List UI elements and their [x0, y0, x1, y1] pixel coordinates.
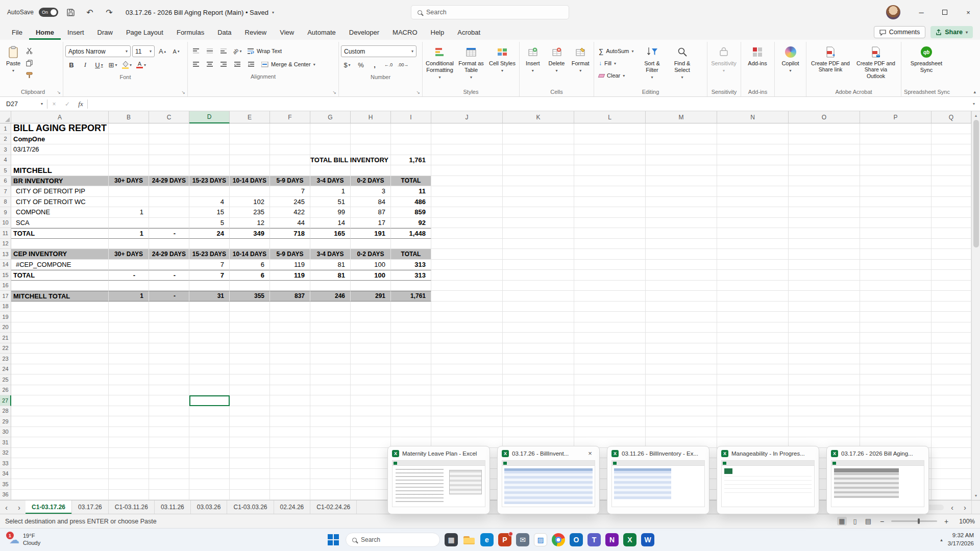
cell-F34[interactable]: [270, 469, 310, 480]
cell-B32[interactable]: [109, 448, 149, 459]
cell-H3[interactable]: [351, 144, 391, 155]
ribbon-tab-formulas[interactable]: Formulas: [170, 26, 211, 40]
taskbar-preview-card[interactable]: X03.17.26 - BillInvent...×: [497, 446, 600, 514]
cell-C10[interactable]: [149, 218, 189, 229]
cell-O12[interactable]: [789, 239, 860, 249]
cell-Q23[interactable]: [932, 354, 971, 364]
cell-H36[interactable]: [351, 490, 391, 500]
cell-K13[interactable]: [503, 249, 574, 260]
cell-N1[interactable]: [717, 123, 789, 134]
cell-N6[interactable]: [717, 176, 789, 187]
cell-A8[interactable]: CITY OF DETROIT WC: [11, 197, 109, 208]
ribbon-tab-review[interactable]: Review: [238, 26, 274, 40]
cell-E34[interactable]: [230, 469, 270, 480]
cell-P2[interactable]: [860, 134, 932, 145]
cell-B29[interactable]: [109, 416, 149, 427]
vertical-scrollbar[interactable]: ▴ ▾: [971, 111, 980, 500]
cell-D2[interactable]: [189, 134, 230, 145]
cell-C1[interactable]: [149, 123, 189, 134]
cell-O27[interactable]: [789, 395, 860, 406]
cell-N8[interactable]: [717, 197, 789, 208]
cell-E3[interactable]: [230, 144, 270, 155]
cell-E18[interactable]: [230, 302, 270, 312]
cell-N17[interactable]: [717, 291, 789, 302]
cell-M12[interactable]: [646, 239, 717, 249]
decrease-decimal-button[interactable]: .00→: [396, 59, 410, 70]
cell-P19[interactable]: [860, 312, 932, 322]
underline-button[interactable]: U▾: [93, 59, 105, 70]
cell-M29[interactable]: [646, 416, 717, 427]
cell-K16[interactable]: [503, 281, 574, 291]
cell-K17[interactable]: [503, 291, 574, 302]
row-header-13[interactable]: 13: [0, 249, 11, 260]
cell-H16[interactable]: [351, 281, 391, 291]
cell-L30[interactable]: [574, 427, 646, 438]
cell-F33[interactable]: [270, 458, 310, 469]
cell-O20[interactable]: [789, 322, 860, 333]
cell-K11[interactable]: [503, 228, 574, 239]
cell-Q10[interactable]: [932, 218, 971, 229]
cell-F21[interactable]: [270, 333, 310, 343]
row-header-22[interactable]: 22: [0, 343, 11, 354]
cell-F10[interactable]: 44: [270, 218, 310, 229]
row-header-17[interactable]: 17: [0, 291, 11, 302]
cell-F7[interactable]: 7: [270, 186, 310, 197]
ribbon-tab-macro[interactable]: MACRO: [386, 26, 424, 40]
cell-J27[interactable]: [431, 395, 503, 406]
cell-A23[interactable]: [11, 354, 109, 364]
cell-H25[interactable]: [351, 374, 391, 385]
cell-G27[interactable]: [310, 395, 351, 406]
row-header-35[interactable]: 35: [0, 479, 11, 490]
cell-N28[interactable]: [717, 406, 789, 417]
cell-G1[interactable]: [310, 123, 351, 134]
cell-G26[interactable]: [310, 385, 351, 396]
accounting-format-button[interactable]: $▾: [341, 59, 353, 70]
cell-O9[interactable]: [789, 207, 860, 218]
cell-L11[interactable]: [574, 228, 646, 239]
ribbon-tab-draw[interactable]: Draw: [91, 26, 119, 40]
cell-C29[interactable]: [149, 416, 189, 427]
cell-F16[interactable]: [270, 281, 310, 291]
cell-H27[interactable]: [351, 395, 391, 406]
sheet-tab-03.11.26[interactable]: 03.11.26: [155, 500, 191, 514]
cell-F8[interactable]: 245: [270, 197, 310, 208]
ribbon-tab-file[interactable]: File: [5, 26, 29, 40]
cell-A10[interactable]: SCA: [11, 218, 109, 229]
cell-E17[interactable]: 355: [230, 291, 270, 302]
cell-E30[interactable]: [230, 427, 270, 438]
column-header-I[interactable]: I: [391, 111, 431, 123]
cell-N18[interactable]: [717, 302, 789, 312]
start-button[interactable]: [326, 532, 341, 547]
cell-A13[interactable]: CEP INVENTORY: [11, 249, 109, 260]
cell-M26[interactable]: [646, 385, 717, 396]
redo-button[interactable]: ↷: [102, 5, 116, 19]
cell-M30[interactable]: [646, 427, 717, 438]
cell-D36[interactable]: [189, 490, 230, 500]
cell-O14[interactable]: [789, 260, 860, 270]
row-header-33[interactable]: 33: [0, 458, 11, 469]
cell-G10[interactable]: 14: [310, 218, 351, 229]
increase-decimal-button[interactable]: ←.0: [382, 59, 395, 70]
cell-L15[interactable]: [574, 270, 646, 281]
cell-H11[interactable]: 191: [351, 228, 391, 239]
zoom-level[interactable]: 100%: [955, 518, 975, 525]
cell-K28[interactable]: [503, 406, 574, 417]
cell-K27[interactable]: [503, 395, 574, 406]
cell-E36[interactable]: [230, 490, 270, 500]
close-icon[interactable]: ×: [585, 448, 595, 459]
cell-C32[interactable]: [149, 448, 189, 459]
hscroll-right-icon[interactable]: ›: [959, 500, 971, 514]
cell-L16[interactable]: [574, 281, 646, 291]
cell-C30[interactable]: [149, 427, 189, 438]
powerpoint-icon[interactable]: P: [498, 533, 511, 546]
cell-H4[interactable]: TOTAL BILL INVENTORY: [351, 155, 391, 166]
cell-H30[interactable]: [351, 427, 391, 438]
cell-M11[interactable]: [646, 228, 717, 239]
cell-O2[interactable]: [789, 134, 860, 145]
cell-I12[interactable]: [391, 239, 431, 249]
cell-J2[interactable]: [431, 134, 503, 145]
sheet-tab-C1-03.03.26[interactable]: C1-03.03.26: [227, 500, 274, 514]
autosum-button[interactable]: ∑AutoSum▾: [596, 45, 636, 57]
cell-E31[interactable]: [230, 437, 270, 448]
cell-M18[interactable]: [646, 302, 717, 312]
